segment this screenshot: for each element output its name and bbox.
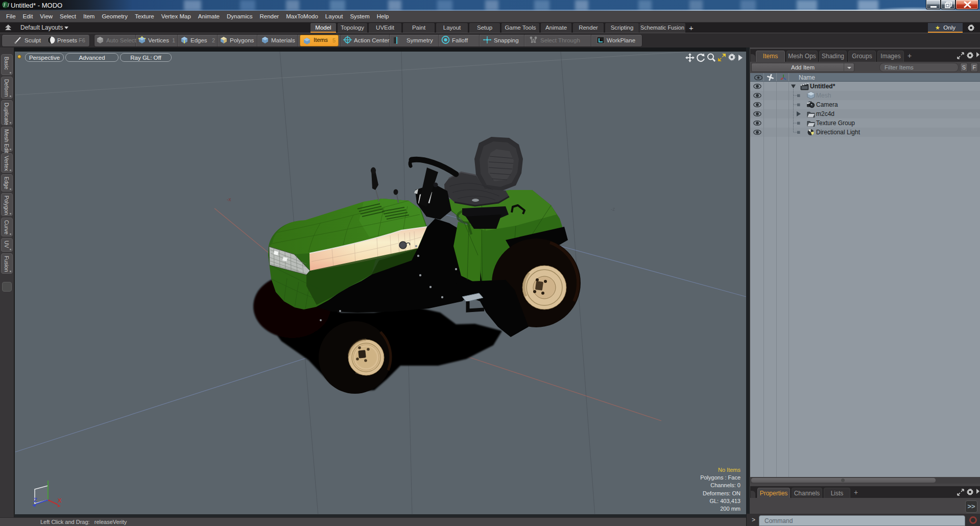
- svg-text:-z: -z: [611, 206, 615, 212]
- svg-text:-x: -x: [227, 197, 231, 202]
- svg-text:X: X: [58, 497, 62, 504]
- svg-text:Z: Z: [34, 497, 37, 503]
